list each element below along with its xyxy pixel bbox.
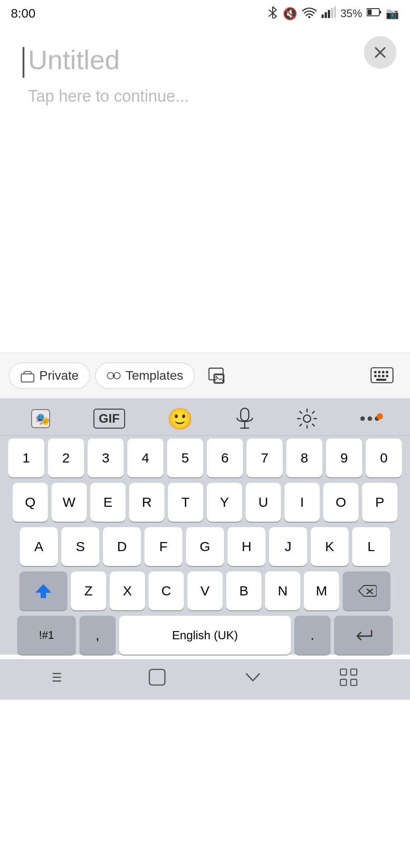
svg-point-17	[215, 376, 217, 378]
svg-rect-9	[21, 374, 34, 382]
key-0[interactable]: 0	[366, 439, 402, 477]
templates-button[interactable]: Templates	[95, 363, 195, 389]
private-label: Private	[39, 368, 79, 383]
key-6[interactable]: 6	[207, 439, 243, 477]
space-label: English (UK)	[172, 628, 238, 642]
key-5[interactable]: 5	[167, 439, 203, 477]
sym-key[interactable]: !#1	[17, 616, 76, 655]
key-b[interactable]: B	[226, 571, 261, 610]
key-1[interactable]: 1	[8, 439, 44, 477]
key-9[interactable]: 9	[326, 439, 362, 477]
svg-rect-20	[378, 371, 380, 373]
body-placeholder[interactable]: Tap here to continue...	[23, 87, 387, 106]
svg-point-34	[360, 416, 365, 421]
key-l[interactable]: L	[352, 527, 390, 566]
key-u[interactable]: U	[246, 483, 281, 522]
asdf-row: A S D F G H J K L	[3, 527, 407, 566]
key-8[interactable]: 8	[286, 439, 322, 477]
battery-icon	[367, 7, 381, 20]
key-w[interactable]: W	[51, 483, 87, 522]
status-icons: 🔇 35%	[267, 6, 399, 21]
key-q[interactable]: Q	[13, 483, 48, 522]
key-7[interactable]: 7	[247, 439, 283, 477]
media-button[interactable]	[200, 359, 236, 392]
svg-rect-23	[374, 375, 377, 377]
key-h[interactable]: H	[228, 527, 266, 566]
svg-rect-43	[340, 679, 346, 685]
key-n[interactable]: N	[265, 571, 300, 610]
text-cursor	[23, 47, 24, 78]
key-c[interactable]: C	[149, 571, 184, 610]
emoji-button[interactable]: 🙂	[167, 406, 193, 431]
svg-rect-1	[321, 14, 324, 18]
qwerty-row: Q W E R T Y U I O P	[3, 483, 407, 522]
notification-dot	[377, 413, 383, 420]
key-f[interactable]: F	[144, 527, 182, 566]
key-i[interactable]: I	[284, 483, 320, 522]
sym-label: !#1	[39, 629, 54, 642]
editor-area[interactable]: Untitled Tap here to continue...	[0, 27, 410, 353]
keyboard-top-row: 🎭 GIF 🙂	[0, 398, 410, 436]
svg-point-0	[308, 16, 310, 19]
svg-rect-3	[328, 10, 330, 18]
home-button[interactable]	[147, 667, 167, 687]
svg-point-12	[112, 374, 115, 377]
backspace-key[interactable]	[343, 571, 391, 610]
svg-rect-25	[382, 375, 384, 377]
key-y[interactable]: Y	[207, 483, 242, 522]
space-key[interactable]: English (UK)	[119, 616, 291, 655]
mic-button[interactable]	[234, 407, 255, 430]
title-field[interactable]: Untitled	[23, 45, 387, 78]
shift-key[interactable]	[19, 571, 67, 610]
sticker-icon-button[interactable]: 🎭	[30, 408, 51, 429]
key-e[interactable]: E	[90, 483, 126, 522]
key-3[interactable]: 3	[88, 439, 124, 477]
key-j[interactable]: J	[269, 527, 307, 566]
key-k[interactable]: K	[311, 527, 349, 566]
wifi-icon	[302, 6, 317, 21]
svg-rect-44	[351, 679, 357, 685]
private-button[interactable]: Private	[9, 363, 90, 389]
svg-rect-42	[351, 669, 357, 675]
key-2[interactable]: 2	[48, 439, 84, 477]
key-t[interactable]: T	[168, 483, 203, 522]
settings-button[interactable]	[297, 408, 317, 429]
mute-icon: 🔇	[283, 7, 297, 21]
key-r[interactable]: R	[129, 483, 164, 522]
back-button[interactable]	[51, 667, 71, 687]
key-a[interactable]: A	[20, 527, 58, 566]
gif-button[interactable]: GIF	[93, 409, 126, 429]
key-m[interactable]: M	[304, 571, 339, 610]
bottom-row: !#1 , English (UK) .	[3, 616, 407, 655]
svg-rect-7	[379, 11, 381, 14]
svg-rect-41	[340, 669, 346, 675]
status-time: 8:00	[11, 6, 36, 21]
keyboard: 1 2 3 4 5 6 7 8 9 0 Q W E R T Y U I O P …	[0, 436, 410, 655]
bottom-nav	[0, 659, 410, 700]
svg-rect-40	[149, 670, 165, 685]
key-p[interactable]: P	[362, 483, 397, 522]
svg-rect-5	[334, 6, 336, 18]
svg-rect-30	[241, 408, 249, 421]
close-button[interactable]	[364, 36, 396, 69]
zxcv-row: Z X C V B N M	[3, 571, 407, 610]
key-z[interactable]: Z	[71, 571, 106, 610]
comma-key[interactable]: ,	[79, 616, 116, 655]
key-x[interactable]: X	[110, 571, 145, 610]
svg-rect-26	[386, 375, 388, 377]
more-options-button[interactable]	[359, 415, 380, 422]
period-key[interactable]: .	[294, 616, 331, 655]
key-s[interactable]: S	[61, 527, 99, 566]
keyboard-toggle-button[interactable]	[363, 360, 401, 392]
key-o[interactable]: O	[323, 483, 359, 522]
key-g[interactable]: G	[186, 527, 224, 566]
key-4[interactable]: 4	[127, 439, 163, 477]
number-row: 1 2 3 4 5 6 7 8 9 0	[3, 439, 407, 477]
title-placeholder: Untitled	[28, 45, 120, 75]
grid-button[interactable]	[339, 667, 359, 687]
gif-label: GIF	[93, 409, 126, 429]
enter-key[interactable]	[334, 616, 393, 655]
key-d[interactable]: D	[103, 527, 141, 566]
down-button[interactable]	[243, 667, 263, 687]
key-v[interactable]: V	[187, 571, 223, 610]
